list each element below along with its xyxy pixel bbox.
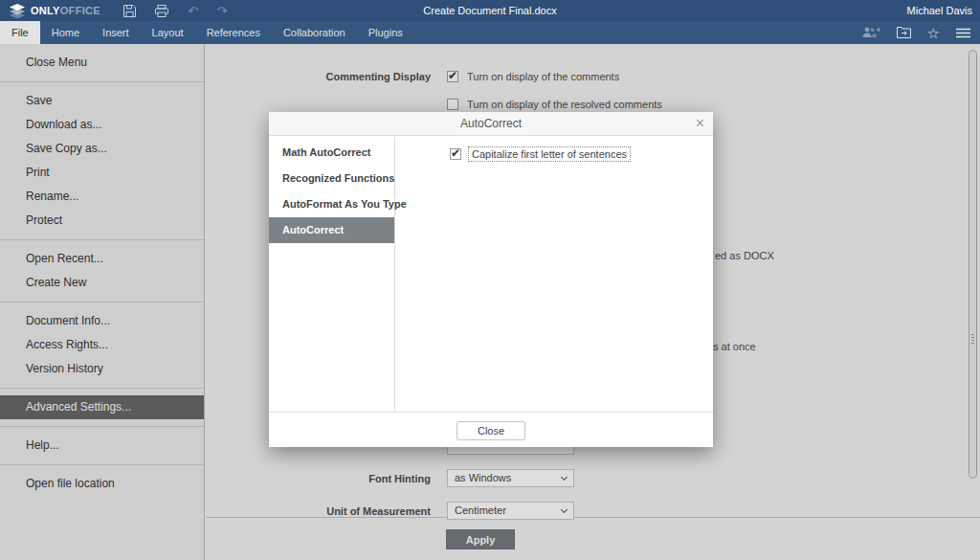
favorite-star-icon[interactable]: ☆ — [927, 26, 940, 40]
tab-references[interactable]: References — [195, 21, 272, 44]
layers-logo-icon — [10, 4, 25, 18]
user-name[interactable]: Michael Davis — [907, 5, 972, 16]
onlyoffice-app: ONLYOFFICE ↶ ↷ Create Document Final.do — [0, 0, 980, 560]
checkbox-checked-icon[interactable]: ✔ — [450, 148, 461, 160]
dialog-nav: Math AutoCorrect Recognized Functions Au… — [269, 137, 395, 412]
dialog-close-icon[interactable]: × — [696, 112, 704, 135]
workspace: Close Menu Save Download as... Save Copy… — [0, 44, 980, 560]
brand-text: ONLYOFFICE — [31, 5, 100, 16]
ribbon-tab-bar: File Home Insert Layout References Colla… — [0, 21, 980, 44]
dialog-header[interactable]: AutoCorrect × — [269, 112, 713, 136]
dialog-footer: Close — [269, 412, 713, 447]
nav-item-autoformat-as-you-type[interactable]: AutoFormat As You Type — [269, 191, 394, 217]
save-icon[interactable] — [123, 5, 136, 17]
nav-item-autocorrect[interactable]: AutoCorrect — [269, 217, 394, 243]
dialog-close-button[interactable]: Close — [457, 421, 525, 440]
tab-insert[interactable]: Insert — [91, 21, 141, 44]
nav-item-recognized-functions[interactable]: Recognized Functions — [269, 166, 394, 191]
autocorrect-dialog: AutoCorrect × Math AutoCorrect Recognize… — [269, 112, 713, 447]
dialog-body: Math AutoCorrect Recognized Functions Au… — [269, 137, 713, 412]
redo-icon[interactable]: ↷ — [217, 5, 228, 17]
dialog-title: AutoCorrect — [460, 117, 522, 130]
print-icon[interactable] — [155, 5, 168, 17]
tab-file[interactable]: File — [0, 21, 40, 44]
tab-plugins[interactable]: Plugins — [357, 21, 414, 44]
undo-icon[interactable]: ↶ — [188, 5, 198, 17]
tab-home[interactable]: Home — [40, 21, 91, 44]
tab-layout[interactable]: Layout — [141, 21, 195, 44]
capitalize-checkbox-row[interactable]: ✔ Capitalize first letter of sentences — [450, 146, 713, 162]
tab-collaboration[interactable]: Collaboration — [272, 21, 357, 44]
hamburger-menu-icon[interactable] — [956, 28, 970, 38]
open-file-location-icon[interactable] — [897, 27, 911, 38]
dialog-content: ✔ Capitalize first letter of sentences — [395, 137, 713, 412]
title-bar: ONLYOFFICE ↶ ↷ Create Document Final.do — [0, 0, 980, 21]
nav-item-math-autocorrect[interactable]: Math AutoCorrect — [269, 140, 394, 166]
onlyoffice-logo: ONLYOFFICE — [10, 4, 100, 18]
checkbox-label: Capitalize first letter of sentences — [468, 146, 631, 162]
add-users-icon[interactable] — [862, 27, 880, 38]
